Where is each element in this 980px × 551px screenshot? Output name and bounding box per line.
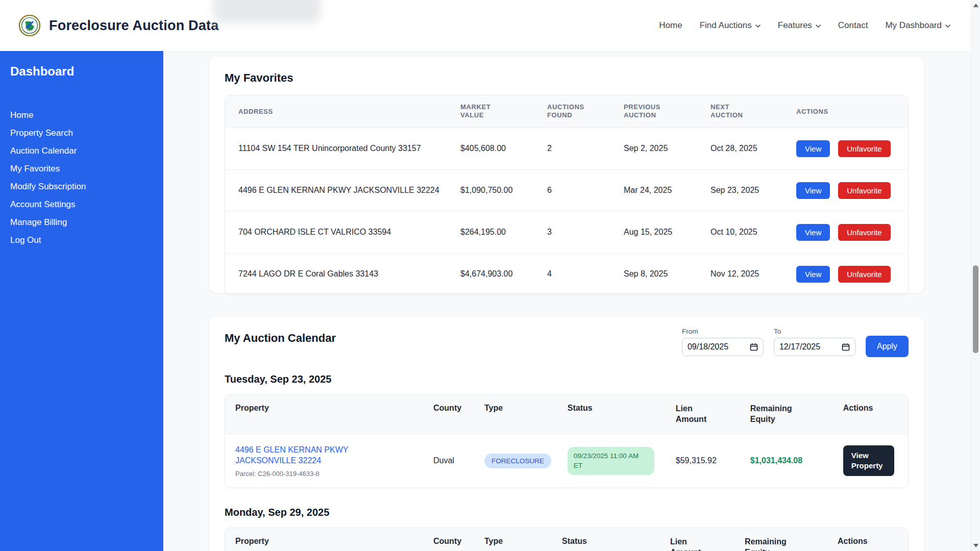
apply-button[interactable]: Apply [866, 336, 909, 357]
view-button[interactable]: View [796, 224, 830, 241]
nav-contact[interactable]: Contact [838, 20, 868, 31]
unfavorite-button[interactable]: Unfavorite [838, 182, 890, 199]
favorite-market-value: $405,608.00 [452, 128, 539, 169]
col-header-type: Type [476, 528, 554, 551]
property-link[interactable]: 4496 E GLEN KERNAN PKWY JACKSONVILLE 322… [235, 444, 409, 466]
sidebar-title: Dashboard [10, 64, 153, 79]
favorite-address: 704 ORCHARD ISLE CT VALRICO 33594 [225, 211, 452, 253]
col-header-property: Property [225, 528, 425, 551]
vertical-scrollbar [971, 0, 980, 551]
sidebar-menu: Home Property Search Auction Calendar My… [10, 106, 153, 249]
favorite-next-auction: Sep 23, 2025 [702, 169, 788, 211]
col-header-auctions-found: AUCTIONS FOUND [539, 95, 616, 128]
favorite-address: 11104 SW 154 TER Unincorporated County 3… [225, 128, 452, 169]
favorite-next-auction: Nov 12, 2025 [702, 253, 788, 295]
date-filters: From To Apply [682, 328, 909, 356]
sidebar-item-my-favorites[interactable]: My Favorites [10, 160, 153, 178]
unfavorite-button[interactable]: Unfavorite [838, 224, 890, 241]
favorites-title: My Favorites [225, 71, 909, 85]
col-header-lien-amount: Lien Amount [668, 395, 742, 434]
col-header-next-auction: NEXT AUCTION [702, 95, 788, 128]
nav-my-dashboard[interactable]: My Dashboard [885, 20, 950, 31]
table-row: 4496 E GLEN KERNAN PKWY JACKSONVILLE 322… [225, 434, 908, 488]
favorite-previous-auction: Sep 8, 2025 [616, 253, 702, 295]
brand[interactable]: Foreclosure Auction Data [18, 0, 218, 51]
col-header-status: Status [554, 528, 662, 551]
nav-home[interactable]: Home [659, 20, 682, 31]
favorite-auctions-found: 6 [539, 169, 616, 211]
scrollbar-thumb[interactable] [973, 265, 978, 353]
favorites-table: ADDRESS MARKET VALUE AUCTIONS FOUND PREV… [225, 95, 909, 295]
favorite-address: 4496 E GLEN KERNAN PKWY JACKSONVILLE 322… [225, 169, 452, 211]
sidebar: Dashboard Home Property Search Auction C… [0, 51, 163, 551]
favorite-next-auction: Oct 10, 2025 [702, 211, 788, 253]
col-header-remaining-equity: Remaining Equity [742, 395, 835, 434]
col-header-remaining-equity: Remaining Equity [737, 528, 829, 551]
favorite-previous-auction: Mar 24, 2025 [616, 169, 702, 211]
table-row: 4496 E GLEN KERNAN PKWY JACKSONVILLE 322… [225, 169, 908, 211]
sidebar-item-auction-calendar[interactable]: Auction Calendar [10, 142, 153, 160]
col-header-county: County [425, 528, 476, 551]
favorite-previous-auction: Sep 2, 2025 [616, 128, 702, 169]
favorite-next-auction: Oct 28, 2025 [702, 128, 788, 169]
favorite-market-value: $1,090,750.00 [452, 169, 539, 211]
chevron-down-icon [945, 23, 950, 29]
nav-find-auctions[interactable]: Find Auctions [700, 20, 761, 31]
day-heading: Tuesday, Sep 23, 2025 [225, 373, 909, 385]
view-property-button[interactable]: View Property [843, 445, 894, 477]
col-header-type: Type [476, 395, 559, 434]
favorite-auctions-found: 3 [539, 211, 616, 253]
view-button[interactable]: View [796, 140, 830, 157]
unfavorite-button[interactable]: Unfavorite [838, 266, 890, 283]
brand-logo-icon [18, 14, 41, 37]
nav-features[interactable]: Features [778, 20, 821, 31]
table-row: 704 ORCHARD ISLE CT VALRICO 33594 $264,1… [225, 211, 908, 253]
calendar-icon[interactable] [750, 343, 758, 351]
col-header-previous-auction: PREVIOUS AUCTION [616, 95, 702, 128]
sidebar-item-account-settings[interactable]: Account Settings [10, 195, 153, 213]
sidebar-item-property-search[interactable]: Property Search [10, 124, 153, 142]
favorite-previous-auction: Aug 15, 2025 [616, 211, 702, 253]
favorite-address: 7244 LAGO DR E Coral Gables 33143 [225, 253, 452, 295]
sidebar-item-home[interactable]: Home [10, 106, 153, 124]
scroll-down-arrow-icon[interactable] [973, 544, 978, 547]
unfavorite-button[interactable]: Unfavorite [838, 140, 890, 157]
col-header-address: ADDRESS [225, 95, 452, 128]
col-header-market-value: MARKET VALUE [452, 95, 539, 128]
sidebar-item-modify-subscription[interactable]: Modify Subscription [10, 178, 153, 195]
parcel-number: Parcel: C26-000-319-4633-8 [235, 470, 417, 478]
col-header-actions: Actions [835, 395, 908, 434]
from-date-input[interactable] [688, 342, 745, 352]
col-header-county: County [425, 395, 476, 434]
lien-amount-cell: $59,315.92 [668, 434, 742, 488]
status-badge: 09/23/2025 11:00 AM ET [568, 447, 654, 475]
type-badge: FORECLOSURE [484, 454, 551, 468]
county-cell: Duval [425, 434, 476, 488]
main-content: My Favorites ADDRESS MARKET VALUE AUCTIO… [163, 51, 971, 551]
top-navbar: Foreclosure Auction Data Home Find Aucti… [0, 0, 971, 51]
col-header-actions: ACTIONS [788, 95, 908, 128]
to-label: To [774, 328, 855, 335]
favorite-auctions-found: 2 [539, 128, 616, 169]
view-button[interactable]: View [796, 266, 830, 283]
view-button[interactable]: View [796, 182, 830, 199]
calendar-icon[interactable] [842, 343, 850, 351]
table-row: 7244 LAGO DR E Coral Gables 33143 $4,674… [225, 253, 908, 295]
day-heading: Monday, Sep 29, 2025 [225, 507, 909, 518]
to-date-input[interactable] [779, 342, 837, 352]
to-date-field[interactable] [774, 338, 855, 356]
col-header-status: Status [559, 395, 668, 434]
favorite-market-value: $4,674,903.00 [452, 253, 539, 295]
brand-title: Foreclosure Auction Data [49, 18, 218, 34]
remaining-equity-cell: $1,031,434.08 [750, 456, 802, 465]
scroll-up-arrow-icon[interactable] [973, 4, 978, 7]
from-date-field[interactable] [682, 338, 764, 356]
favorite-auctions-found: 4 [539, 253, 616, 295]
col-header-property: Property [225, 395, 425, 434]
col-header-actions: Actions [829, 528, 908, 551]
sidebar-item-log-out[interactable]: Log Out [10, 231, 153, 249]
sidebar-item-manage-billing[interactable]: Manage Billing [10, 213, 153, 231]
day-auction-table: Property County Type Status Lien Amount … [225, 394, 909, 488]
top-nav-links: Home Find Auctions Features Contact My D… [659, 0, 950, 51]
blurred-element [213, 0, 321, 23]
